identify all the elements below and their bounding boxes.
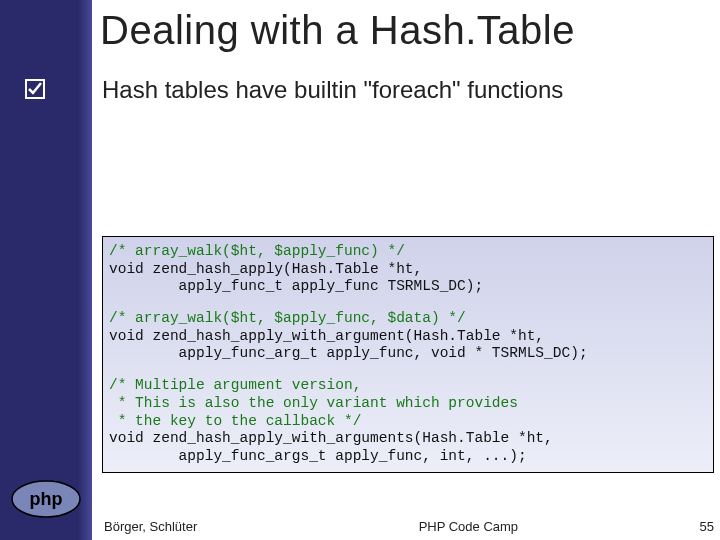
code-snippet-2: /* array_walk($ht, $apply_func, $data) *… [109,310,707,363]
slide-footer: Börger, Schlüter PHP Code Camp 55 [104,519,716,534]
slide-title: Dealing with a Hash.Table [100,8,710,53]
footer-event: PHP Code Camp [197,519,699,534]
bullet-text: Hash tables have builtin "foreach" funct… [102,76,563,104]
slide-sidebar [0,0,92,540]
code-line: apply_func_t apply_func TSRMLS_DC); [109,278,483,294]
code-line: void zend_hash_apply(Hash.Table *ht, [109,261,422,277]
code-snippet-1: /* array_walk($ht, $apply_func) */ void … [109,243,707,296]
code-line: apply_func_arg_t apply_func, void * TSRM… [109,345,588,361]
footer-authors: Börger, Schlüter [104,519,197,534]
code-line: void zend_hash_apply_with_argument(Hash.… [109,328,544,344]
code-line: void zend_hash_apply_with_arguments(Hash… [109,430,553,446]
code-block: /* array_walk($ht, $apply_func) */ void … [102,236,714,473]
code-comment: * This is also the only variant which pr… [109,395,518,411]
code-comment: /* array_walk($ht, $apply_func, $data) *… [109,310,466,326]
code-comment: /* array_walk($ht, $apply_func) */ [109,243,405,259]
svg-text:php: php [30,489,63,509]
footer-page: 55 [700,519,716,534]
checkbox-checked-icon [25,79,45,99]
code-snippet-3: /* Multiple argument version, * This is … [109,377,707,465]
code-comment: * the key to the callback */ [109,413,361,429]
code-comment: /* Multiple argument version, [109,377,361,393]
php-logo-icon: php [10,478,82,520]
code-line: apply_func_args_t apply_func, int, ...); [109,448,527,464]
